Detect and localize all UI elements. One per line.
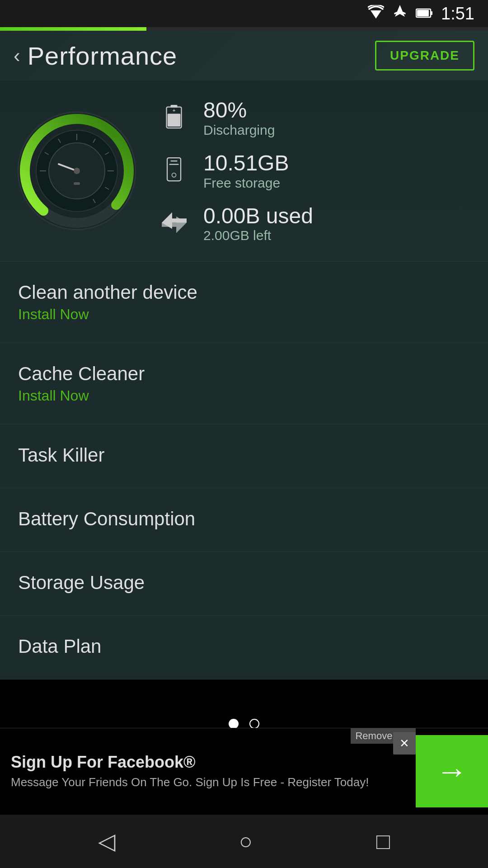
battery-consumption-title: Battery Consumption: [18, 508, 470, 530]
airplane-mode-icon: [392, 4, 408, 23]
wifi-icon: [368, 5, 384, 22]
battery-stat-text: 80% Discharging: [203, 99, 275, 138]
data-plan-title: Data Plan: [18, 636, 470, 657]
page-title: Performance: [28, 41, 178, 71]
data-used: 0.00B used: [203, 204, 313, 228]
ad-content: Sign Up For Facebook® Message Your Frien…: [0, 745, 416, 797]
status-bar: 1:51: [0, 0, 488, 27]
dot-1: [229, 719, 239, 729]
home-nav-button[interactable]: ○: [239, 828, 253, 854]
task-killer-title: Task Killer: [18, 444, 470, 466]
back-arrow-icon[interactable]: ‹: [14, 46, 20, 66]
svg-rect-3: [417, 10, 429, 16]
ad-banner: Sign Up For Facebook® Message Your Frien…: [0, 728, 488, 814]
battery-status: Discharging: [203, 123, 275, 138]
clean-device-subtitle: Install Now: [18, 306, 470, 323]
storage-usage-title: Storage Usage: [18, 572, 470, 594]
svg-rect-27: [169, 164, 179, 165]
storage-label: Free storage: [203, 175, 289, 191]
battery-stat-row: + 80% Discharging: [158, 99, 474, 138]
clean-device-title: Clean another device: [18, 282, 470, 303]
svg-rect-2: [431, 11, 432, 15]
nav-dots: [0, 719, 488, 729]
data-stat-row: 0.00B used 2.00GB left: [158, 204, 474, 244]
dot-2: [249, 719, 259, 729]
battery-percent: 80%: [203, 99, 275, 123]
svg-rect-26: [171, 160, 178, 161]
bottom-nav: ◁ ○ □: [0, 815, 488, 868]
app-bar-left: ‹ Performance: [14, 41, 177, 71]
ad-cta-button[interactable]: →: [416, 735, 488, 807]
storage-stat-row: 10.51GB Free storage: [158, 151, 474, 191]
top-progress-bar: [0, 27, 488, 31]
svg-rect-23: [168, 114, 181, 127]
ad-title: Sign Up For Facebook®: [11, 753, 405, 772]
data-stat-text: 0.00B used 2.00GB left: [203, 204, 313, 244]
menu-item-battery-consumption[interactable]: Battery Consumption: [0, 488, 488, 552]
ad-cta-arrow-icon: →: [436, 753, 468, 789]
menu-list: Clean another device Install Now Cache C…: [0, 262, 488, 679]
svg-marker-0: [371, 10, 381, 19]
svg-text:+: +: [173, 108, 175, 113]
cache-cleaner-title: Cache Cleaner: [18, 363, 470, 385]
ad-close-button[interactable]: ✕: [393, 732, 416, 755]
speedometer-svg: [14, 108, 140, 234]
svg-point-28: [172, 173, 176, 177]
back-nav-button[interactable]: ◁: [98, 828, 115, 854]
data-transfer-icon: [158, 210, 190, 237]
svg-rect-20: [74, 182, 80, 185]
menu-item-storage-usage[interactable]: Storage Usage: [0, 552, 488, 616]
app-bar: ‹ Performance UPGRADE: [0, 31, 488, 80]
menu-item-clean-device[interactable]: Clean another device Install Now: [0, 262, 488, 343]
upgrade-button[interactable]: UPGRADE: [375, 41, 474, 71]
status-icons: 1:51: [368, 4, 474, 24]
menu-item-data-plan[interactable]: Data Plan: [0, 616, 488, 679]
status-time: 1:51: [441, 4, 474, 24]
menu-item-cache-cleaner[interactable]: Cache Cleaner Install Now: [0, 343, 488, 425]
storage-stat-icon: [158, 156, 190, 185]
menu-item-task-killer[interactable]: Task Killer: [0, 425, 488, 488]
svg-point-19: [74, 168, 80, 174]
cache-cleaner-subtitle: Install Now: [18, 387, 470, 404]
progress-fill: [0, 27, 146, 31]
data-left: 2.00GB left: [203, 228, 313, 243]
recent-nav-button[interactable]: □: [376, 828, 390, 854]
perf-stats: + 80% Discharging 10.51GB Free storage: [158, 99, 474, 243]
storage-stat-text: 10.51GB Free storage: [203, 151, 289, 191]
perf-panel: + 80% Discharging 10.51GB Free storage: [0, 80, 488, 262]
speedometer: [14, 108, 140, 234]
battery-stat-icon: +: [158, 104, 190, 132]
battery-icon: [416, 5, 433, 22]
storage-value: 10.51GB: [203, 151, 289, 175]
ad-subtitle: Message Your Friends On The Go. Sign Up …: [11, 775, 405, 789]
